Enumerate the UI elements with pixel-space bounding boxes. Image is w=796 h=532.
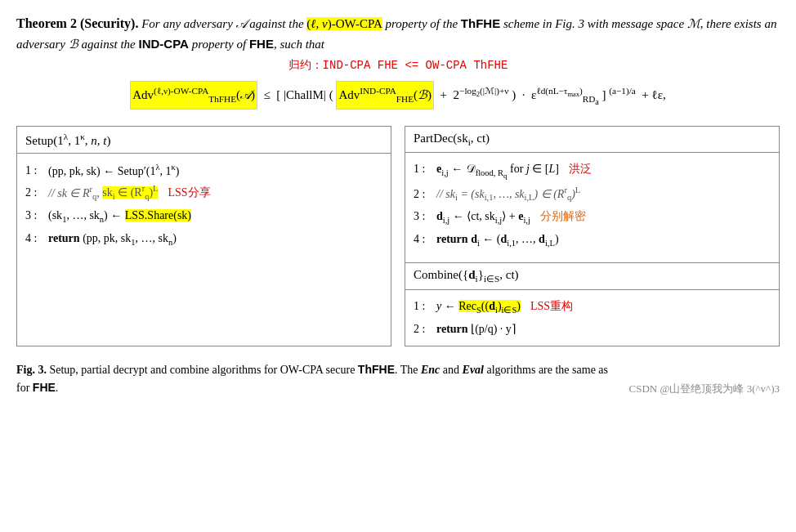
theorem-title: Theorem 2 (Security). (16, 16, 138, 30)
formula-paren-close: ) (512, 88, 516, 101)
reduction-annotation: 归约：IND-CPA FHE <= OW-CPA ThFHE (16, 57, 780, 75)
partdec-line-4: 4 : return di ← (di,1, …, di,L) (414, 230, 771, 251)
theorem-text: Theorem 2 (Security). For any adversary … (16, 13, 780, 54)
combine-header: Combine({di}i∈S, ct) (405, 262, 779, 290)
partdec-combine-box: PartDec(ski, ct) 1 : ei,j ← 𝒟flood, Rq f… (405, 126, 780, 347)
fig-caption-text: Fig. 3. Setup, partial decrypt and combi… (16, 361, 612, 396)
setup-box: Setup(1λ, 1κ, n, t) 1 : (pp, pk, sk) ← S… (16, 126, 391, 347)
formula-bracket-open: [ (276, 88, 280, 101)
combine-body: 1 : y ← RecS((di)i∈S) LSS重构 2 : return ⌊… (405, 290, 779, 346)
theorem-body: prop­erty of the (382, 17, 461, 30)
setup-header: Setup(1λ, 1κ, n, t) (17, 127, 391, 154)
setup-body: 1 : (pp, pk, sk) ← Setup′(1λ, 1κ) 2 : //… (17, 154, 391, 257)
algorithms-row: Setup(1λ, 1κ, n, t) 1 : (pp, pk, sk) ← S… (16, 126, 780, 347)
watermark: CSDN @山登绝顶我为峰 3(^v^)3 (628, 381, 780, 397)
setup-line-4: 4 : return (pp, pk, sk1, …, skn) (25, 230, 382, 250)
theorem-block: Theorem 2 (Security). For any adversary … (16, 13, 780, 111)
combine-line-2: 2 : return ⌊(p/q) · y⌉ (414, 320, 771, 338)
setup-line-2: 2 : // sk ∈ Rrq, ski ∈ (Rrq)L LSS分享 (25, 183, 382, 204)
adv-formula: Adv(ℓ,ν)-OW-CPAThFHE(𝒜) ≤ [ |ChallM| ( A… (16, 81, 780, 111)
formula-bracket-close: ] (602, 88, 606, 101)
adv-lhs: Adv(ℓ,ν)-OW-CPAThFHE(𝒜) (130, 81, 257, 110)
theorem-intro: For any adversary 𝒜 against the (141, 17, 306, 30)
fig-label: Fig. 3. (16, 364, 47, 376)
combine-line-1: 1 : y ← RecS((di)i∈S) LSS重构 (414, 297, 771, 318)
partdec-header: PartDec(ski, ct) (405, 127, 779, 153)
partdec-line-3: 3 : di,j ← ⟨ct, ski,j⟩ + ei,j 分别解密 (414, 208, 771, 228)
fig-caption: Fig. 3. Setup, partial decrypt and combi… (16, 361, 780, 396)
setup-line-1: 1 : (pp, pk, sk) ← Setup′(1λ, 1κ) (25, 161, 382, 181)
partdec-line-1: 1 : ei,j ← 𝒟flood, Rq for j ∈ [L] 洪泛 (414, 160, 771, 181)
partdec-body: 1 : ei,j ← 𝒟flood, Rq for j ∈ [L] 洪泛 2 :… (405, 153, 779, 258)
ow-cpa-highlight: (ℓ, ν)-OW-CPA (306, 17, 382, 30)
partdec-line-2: 2 : // ski = (ski,1, …, ski,L) ∈ (Rrq)L (414, 184, 771, 205)
setup-line-3: 3 : (sk1, …, skn) ← LSS.Share(sk) (25, 207, 382, 227)
formula-paren-open: ( (329, 88, 333, 101)
adv-inner: AdvIND-CPAFHE(ℬ) (336, 81, 434, 110)
